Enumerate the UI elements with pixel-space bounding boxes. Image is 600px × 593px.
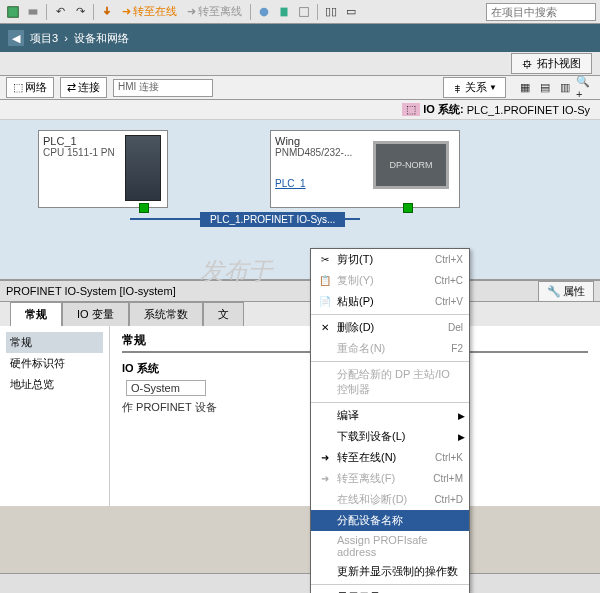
breadcrumb-page[interactable]: 设备和网络	[74, 31, 129, 46]
menu-item[interactable]: 分配设备名称	[311, 510, 469, 531]
menu-item[interactable]: 编译▶	[311, 405, 469, 426]
undo-icon[interactable]: ↶	[51, 3, 69, 21]
menu-icon: ✂	[317, 254, 333, 265]
network-button[interactable]: ⬚网络	[6, 77, 54, 98]
context-menu: ✂剪切(T)Ctrl+X📋复制(Y)Ctrl+C📄粘贴(P)Ctrl+V✕删除(…	[310, 248, 470, 593]
menu-label: 粘贴(P)	[337, 294, 435, 309]
menu-shortcut: Del	[448, 322, 463, 333]
menu-label: 下载到设备(L)	[337, 429, 463, 444]
menu-separator	[311, 584, 469, 585]
menu-shortcut: Ctrl+V	[435, 296, 463, 307]
menu-item[interactable]: ✕删除(D)Del	[311, 317, 469, 338]
status-bar	[0, 573, 600, 593]
zoom-in-icon[interactable]: 🔍+	[576, 79, 594, 97]
menu-label: 分配设备名称	[337, 513, 463, 528]
plc-link[interactable]: PLC_1	[275, 178, 306, 189]
menu-shortcut: F2	[451, 343, 463, 354]
tool-icon-2[interactable]	[275, 3, 293, 21]
breadcrumb: ◀ 项目3 › 设备和网络	[0, 24, 600, 52]
io-system-icon: ⬚	[402, 103, 420, 116]
menu-shortcut: Ctrl+X	[435, 254, 463, 265]
network-toolbar: ⬚网络 ⇄连接 HMI 连接 ⯒关系▼ ▦ ▤ ▥ 🔍+	[0, 76, 600, 100]
breadcrumb-back-icon[interactable]: ◀	[8, 30, 24, 46]
submenu-arrow-icon: ▶	[458, 432, 465, 442]
menu-item: 分配给新的 DP 主站/IO 控制器	[311, 364, 469, 400]
menu-icon: ➜	[317, 473, 333, 484]
network-canvas[interactable]: PLC_1 CPU 1511-1 PN Wing PNMD485/232-...…	[0, 120, 600, 280]
topology-icon: ⯐	[522, 58, 533, 70]
menu-item[interactable]: ✂剪切(T)Ctrl+X	[311, 249, 469, 270]
main-toolbar: ↶ ↷ ➜ 转至在线 ➜ 转至离线 ▯▯ ▭	[0, 0, 600, 24]
menu-item: 📋复制(Y)Ctrl+C	[311, 270, 469, 291]
field-label-2: 作 PROFINET 设备	[122, 401, 217, 413]
tab-row: 常规 IO 变量 系统常数 文	[0, 302, 600, 326]
svg-rect-4	[300, 7, 309, 16]
field-input-1[interactable]: O-System	[126, 380, 206, 396]
download-icon[interactable]	[98, 3, 116, 21]
search-input[interactable]	[486, 3, 596, 21]
menu-separator	[311, 314, 469, 315]
view-icon-2[interactable]: ▤	[536, 79, 554, 97]
view-icon-1[interactable]: ▦	[516, 79, 534, 97]
go-offline-button: ➜ 转至离线	[183, 4, 246, 19]
tool-icon-3[interactable]	[295, 3, 313, 21]
go-online-icon: ➜	[122, 5, 131, 18]
tab-io-vars[interactable]: IO 变量	[62, 302, 129, 326]
menu-label: Assign PROFIsafe address	[337, 534, 463, 558]
network-label[interactable]: PLC_1.PROFINET IO-Sys...	[200, 212, 345, 227]
topology-label: 拓扑视图	[537, 56, 581, 71]
device-wing[interactable]: Wing PNMD485/232-... DP-NORM	[270, 130, 460, 208]
properties-nav: 常规 硬件标识符 地址总览	[0, 326, 110, 506]
menu-separator	[311, 402, 469, 403]
view-bar: ⯐ 拓扑视图	[0, 52, 600, 76]
menu-label: 更新并显示强制的操作数	[337, 564, 463, 579]
menu-item[interactable]: ➜转至在线(N)Ctrl+K	[311, 447, 469, 468]
menu-item: Assign PROFIsafe address	[311, 531, 469, 561]
layout-icon-2[interactable]: ▭	[342, 3, 360, 21]
hmi-select[interactable]: HMI 连接	[113, 79, 213, 97]
tab-general[interactable]: 常规	[10, 302, 62, 326]
menu-shortcut: Ctrl+C	[434, 275, 463, 286]
menu-label: 删除(D)	[337, 320, 448, 335]
menu-label: 转至在线(N)	[337, 450, 435, 465]
redo-icon[interactable]: ↷	[71, 3, 89, 21]
view-icon-3[interactable]: ▥	[556, 79, 574, 97]
go-offline-label: 转至离线	[198, 4, 242, 19]
properties-title: PROFINET IO-System [IO-system]	[6, 285, 176, 297]
plc-port[interactable]	[139, 203, 149, 213]
properties-tab-button[interactable]: 🔧属性	[538, 281, 594, 302]
menu-separator	[311, 361, 469, 362]
device-plc[interactable]: PLC_1 CPU 1511-1 PN	[38, 130, 168, 208]
menu-item[interactable]: 下载到设备(L)▶	[311, 426, 469, 447]
go-online-label: 转至在线	[133, 4, 177, 19]
menu-icon: ✕	[317, 322, 333, 333]
breadcrumb-sep: ›	[64, 32, 68, 44]
topology-view-button[interactable]: ⯐ 拓扑视图	[511, 53, 592, 74]
connect-button[interactable]: ⇄连接	[60, 77, 107, 98]
menu-shortcut: Ctrl+D	[434, 494, 463, 505]
menu-item[interactable]: 📄粘贴(P)Ctrl+V	[311, 291, 469, 312]
properties-body: 常规 硬件标识符 地址总览 常规 IO 系统 O-System 作 PROFIN…	[0, 326, 600, 506]
go-online-button[interactable]: ➜ 转至在线	[118, 4, 181, 19]
menu-label: 重命名(N)	[337, 341, 451, 356]
svg-rect-0	[8, 6, 19, 17]
save-icon[interactable]	[4, 3, 22, 21]
print-icon[interactable]	[24, 3, 42, 21]
nav-addr[interactable]: 地址总览	[6, 374, 103, 395]
menu-item[interactable]: 更新并显示强制的操作数	[311, 561, 469, 582]
tab-text[interactable]: 文	[203, 302, 244, 326]
svg-point-2	[260, 7, 269, 16]
submenu-arrow-icon: ▶	[458, 411, 465, 421]
breadcrumb-project[interactable]: 项目3	[30, 31, 58, 46]
tool-icon-1[interactable]	[255, 3, 273, 21]
nav-general[interactable]: 常规	[6, 332, 103, 353]
tab-sys-const[interactable]: 系统常数	[129, 302, 203, 326]
layout-icon-1[interactable]: ▯▯	[322, 3, 340, 21]
relations-button[interactable]: ⯒关系▼	[443, 77, 506, 98]
menu-item[interactable]: 显示目录Ctrl+Shift+C	[311, 587, 469, 593]
menu-label: 转至离线(F)	[337, 471, 433, 486]
menu-item: 在线和诊断(D)Ctrl+D	[311, 489, 469, 510]
nav-hw-id[interactable]: 硬件标识符	[6, 353, 103, 374]
wing-port[interactable]	[403, 203, 413, 213]
menu-shortcut: Ctrl+K	[435, 452, 463, 463]
